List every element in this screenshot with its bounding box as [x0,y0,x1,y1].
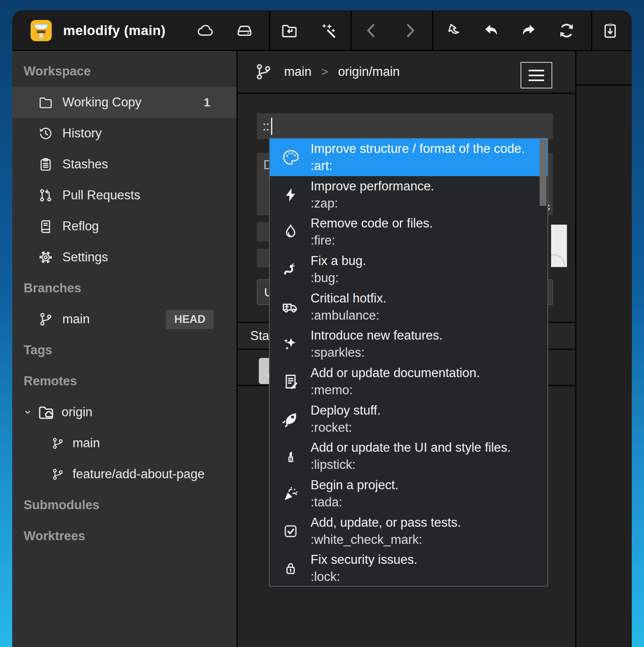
branch-icon [51,468,64,481]
sidebar-item-label: feature/add-about-page [73,467,205,481]
sidebar-item-branch-main[interactable]: main HEAD [12,304,236,335]
avatar [551,225,567,267]
autocomplete-item-art[interactable]: Improve structure / format of the code.:… [270,139,547,176]
sidebar-item-label: Reflog [62,219,99,234]
sidebar-header-branches[interactable]: Branches [12,273,236,304]
history-clock-icon [38,126,53,141]
sync-icon[interactable] [555,10,578,51]
sidebar-item-settings[interactable]: Settings [12,242,236,273]
book-icon [38,219,53,234]
summary-text: :: [262,119,269,134]
sidebar-item-label: Pull Requests [62,188,140,203]
toolbar-divider [591,10,592,51]
hard-drive-icon[interactable] [233,10,256,51]
autocomplete-item-zap[interactable]: Improve performance.:zap: [270,176,547,214]
sidebar-item-origin-main[interactable]: main [12,428,236,459]
sidebar-item-history[interactable]: History [12,118,236,149]
app-window: melodify (main) [12,10,632,647]
ambulance-icon [281,298,300,316]
branch-icon [51,437,64,450]
sidebar-item-pull-requests[interactable]: Pull Requests [12,180,236,211]
bug-icon [281,260,300,279]
sidebar-item-label: Working Copy [62,95,141,110]
rocket-icon [281,410,300,428]
autocomplete-item-check[interactable]: Add, update, or pass tests.:white_check_… [270,512,547,550]
back-icon[interactable] [360,10,383,51]
magic-wand-icon[interactable] [317,10,340,51]
titlebar: melodify (main) [12,10,632,51]
staged-label: Sta [250,329,269,343]
check-mark-icon [281,522,300,541]
dropdown-scrollbar-thumb[interactable] [540,139,547,206]
right-panel [576,51,632,647]
sidebar-header-submodules[interactable]: Submodules [12,490,236,521]
branch-icon [38,311,53,327]
item-description: Improve structure / format of the code. [311,140,525,157]
item-code: :art: [311,157,525,174]
right-panel-header [576,51,632,86]
checkout-arrow-icon[interactable] [441,10,464,51]
sidebar-item-label: origin [62,405,93,420]
lipstick-icon [281,447,300,466]
sidebar-item-label: main [73,436,100,450]
flame-icon [281,223,300,241]
party-popper-icon [281,484,300,503]
gear-icon [38,250,53,265]
folder-icon [38,95,53,110]
sidebar-item-remote-origin[interactable]: origin [12,397,236,428]
commit-summary-input[interactable]: :: [257,113,553,139]
sidebar-header-workspace[interactable]: Workspace [12,56,236,87]
sidebar-item-label: main [62,312,90,327]
sidebar-item-label: Settings [62,250,108,265]
chevron-down-icon[interactable] [22,407,33,417]
toolbar-divider [432,10,433,51]
undo-icon[interactable] [480,10,503,51]
autocomplete-item-lock[interactable]: Fix security issues.:lock: [270,550,547,587]
current-branch-label[interactable]: main [284,64,311,79]
sidebar-item-stashes[interactable]: Stashes [12,149,236,180]
sidebar: Workspace Working Copy 1 History Stashes [12,51,238,647]
sidebar-header-tags[interactable]: Tags [12,335,236,366]
lock-icon [281,559,300,578]
branch-icon [254,62,273,81]
autocomplete-item-bug[interactable]: Fix a bug.:bug: [270,251,547,288]
autocomplete-item-ambulance[interactable]: Critical hotfix.:ambulance: [270,288,547,326]
gitmoji-autocomplete-dropdown: Improve structure / format of the code.:… [269,138,548,587]
forward-icon[interactable] [398,10,421,51]
sidebar-item-reflog[interactable]: Reflog [12,211,236,242]
cloud-icon[interactable] [194,10,217,51]
lightning-icon [281,185,300,204]
sidebar-item-label: History [62,126,101,141]
autocomplete-item-memo[interactable]: Add or update documentation.:memo: [270,363,547,400]
pull-request-icon [38,188,53,203]
branch-bar: main > origin/main [238,51,575,94]
sidebar-item-label: Stashes [62,157,108,172]
open-repo-icon[interactable] [278,10,301,51]
autocomplete-item-tada[interactable]: Begin a project.:tada: [270,475,547,512]
sparkles-icon [281,335,300,353]
palette-icon [281,148,300,167]
stash-clipboard-icon [38,157,53,172]
sidebar-item-origin-feature[interactable]: feature/add-about-page [12,459,236,490]
toolbar-divider [351,10,352,51]
remote-folder-cloud-icon [37,403,55,421]
sidebar-header-worktrees[interactable]: Worktrees [12,521,236,552]
redo-icon[interactable] [517,10,540,51]
memo-icon [281,372,300,391]
autocomplete-item-lipstick[interactable]: Add or update the UI and style files.:li… [270,438,547,475]
toolbar-divider [269,10,270,51]
menu-button[interactable] [520,62,552,88]
sidebar-item-working-copy[interactable]: Working Copy 1 [12,87,236,118]
sidebar-header-remotes[interactable]: Remotes [12,366,236,397]
text-cursor [271,118,272,135]
working-copy-count-badge: 1 [204,96,210,109]
branch-separator: > [321,65,328,79]
autocomplete-item-sparkles[interactable]: Introduce new features.:sparkles: [270,325,547,363]
autocomplete-item-rocket[interactable]: Deploy stuff.:rocket: [270,400,547,438]
app-logo-icon [31,20,52,41]
upstream-branch-label[interactable]: origin/main [338,64,400,79]
head-badge: HEAD [166,310,214,329]
autocomplete-item-fire[interactable]: Remove code or files.:fire: [270,213,547,251]
stash-clipboard-icon[interactable] [599,10,622,51]
window-title: melodify (main) [63,10,165,51]
